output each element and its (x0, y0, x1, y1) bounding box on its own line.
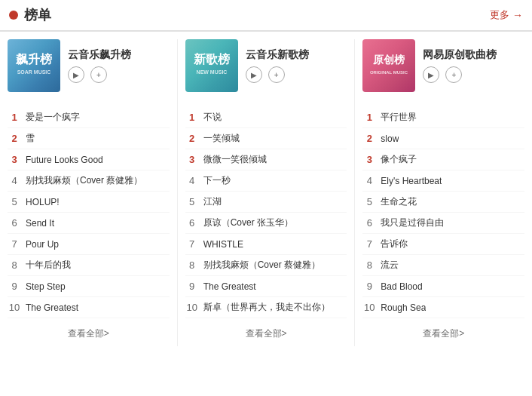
song-item[interactable]: 10The Greatest (8, 297, 170, 318)
song-item[interactable]: 3微微一笑很倾城 (185, 149, 347, 170)
song-item[interactable]: 4别找我麻烦（Cover 蔡健雅） (8, 170, 170, 192)
chart-controls-soar: ▶+ (68, 66, 131, 83)
song-rank: 8 (8, 259, 21, 271)
song-rank: 7 (362, 238, 376, 250)
song-item[interactable]: 8十年后的我 (8, 255, 170, 276)
song-title: 下一秒 (203, 174, 231, 187)
chart-image-new: 新歌榜NEW MUSIC (185, 39, 238, 92)
song-rank: 10 (362, 302, 376, 313)
svg-rect-0 (8, 39, 60, 92)
song-rank: 5 (8, 196, 21, 207)
song-item[interactable]: 8流云 (362, 255, 524, 276)
svg-text:原创榜: 原创榜 (372, 54, 405, 66)
song-title: WHISTLE (203, 239, 243, 250)
song-list-soar: 1爱是一个疯字2雪3Future Looks Good4别找我麻烦（Cover … (8, 107, 170, 318)
song-title: 告诉你 (381, 238, 408, 250)
song-rank: 8 (185, 259, 199, 271)
song-item[interactable]: 10斯卓（世界再大，我走不出你） (185, 297, 347, 318)
chart-col-new: 新歌榜NEW MUSIC云音乐新歌榜▶+1不说2一笑倾城3微微一笑很倾城4下一秒… (178, 39, 356, 346)
song-title: 十年后的我 (26, 259, 71, 272)
song-item[interactable]: 3Future Looks Good (8, 149, 170, 170)
add-button-soar[interactable]: + (90, 66, 107, 83)
song-item[interactable]: 7WHISTLE (185, 234, 347, 255)
song-item[interactable]: 6原谅（Cover 张玉华） (185, 213, 347, 234)
song-title: 别找我麻烦（Cover 蔡健雅） (26, 174, 142, 187)
song-item[interactable]: 2一笑倾城 (185, 128, 347, 149)
chart-info-original: 网易原创歌曲榜▶+ (423, 48, 497, 83)
song-item[interactable]: 7告诉你 (362, 234, 524, 255)
play-button-original[interactable]: ▶ (423, 66, 439, 83)
song-title: The Greatest (26, 302, 78, 313)
header-dot (9, 11, 18, 20)
chart-name-soar: 云音乐飙升榜 (68, 48, 131, 62)
song-item[interactable]: 5江湖 (185, 192, 347, 213)
song-item[interactable]: 4Ely's Heartbeat (362, 170, 524, 192)
view-all-link-original[interactable]: 查看全部> (362, 321, 524, 346)
song-title: 江湖 (203, 195, 222, 208)
song-rank: 2 (362, 133, 376, 144)
song-title: 生命之花 (381, 195, 417, 208)
song-title: 爱是一个疯字 (26, 111, 80, 124)
song-item[interactable]: 8别找我麻烦（Cover 蔡健雅） (185, 255, 347, 276)
chart-controls-original: ▶+ (423, 66, 497, 83)
song-rank: 3 (8, 154, 21, 165)
svg-text:NEW MUSIC: NEW MUSIC (196, 69, 227, 75)
song-title: HOLUP! (26, 197, 60, 207)
chart-header-new: 新歌榜NEW MUSIC云音乐新歌榜▶+ (185, 39, 347, 98)
song-rank: 4 (362, 175, 376, 186)
svg-text:ORIGINAL MUSIC: ORIGINAL MUSIC (370, 70, 408, 75)
song-rank: 1 (8, 112, 21, 123)
song-rank: 5 (185, 196, 199, 207)
song-item[interactable]: 2雪 (8, 128, 170, 149)
song-title: Step Step (26, 281, 66, 292)
song-list-new: 1不说2一笑倾城3微微一笑很倾城4下一秒5江湖6原谅（Cover 张玉华）7WH… (185, 107, 347, 318)
chart-controls-new: ▶+ (246, 66, 309, 83)
song-rank: 6 (362, 217, 376, 229)
song-item[interactable]: 3像个疯子 (362, 149, 524, 170)
play-button-new[interactable]: ▶ (246, 66, 262, 83)
song-item[interactable]: 10Rough Sea (362, 297, 524, 318)
song-item[interactable]: 9Bad Blood (362, 276, 524, 297)
song-rank: 10 (8, 302, 21, 313)
song-rank: 8 (362, 259, 376, 271)
song-title: 像个疯子 (381, 153, 417, 166)
song-title: Ely's Heartbeat (381, 176, 442, 186)
song-item[interactable]: 1爱是一个疯字 (8, 107, 170, 128)
page-container: 榜单 更多 → 飙升榜SOAR MUSIC云音乐飙升榜▶+1爱是一个疯字2雪3F… (0, 0, 532, 354)
play-button-soar[interactable]: ▶ (68, 66, 84, 83)
view-all-link-soar[interactable]: 查看全部> (8, 321, 170, 346)
song-item[interactable]: 7Pour Up (8, 234, 170, 255)
chart-image-original: 原创榜ORIGINAL MUSIC (362, 39, 415, 92)
song-item[interactable]: 4下一秒 (185, 170, 347, 192)
song-rank: 9 (8, 281, 21, 292)
song-item[interactable]: 5生命之花 (362, 192, 524, 213)
song-rank: 2 (8, 133, 21, 144)
song-title: 我只是过得自由 (381, 216, 444, 229)
more-link[interactable]: 更多 → (490, 8, 523, 22)
song-item[interactable]: 9Step Step (8, 276, 170, 297)
view-all-link-new[interactable]: 查看全部> (185, 321, 347, 346)
add-button-original[interactable]: + (445, 66, 462, 83)
chart-info-new: 云音乐新歌榜▶+ (246, 48, 309, 83)
song-item[interactable]: 2slow (362, 128, 524, 149)
song-title: 原谅（Cover 张玉华） (203, 216, 293, 229)
add-button-new[interactable]: + (268, 66, 285, 83)
song-rank: 2 (185, 133, 199, 144)
song-title: 不说 (203, 111, 222, 124)
song-rank: 10 (185, 302, 199, 313)
svg-text:SOAR MUSIC: SOAR MUSIC (17, 69, 51, 75)
song-item[interactable]: 6我只是过得自由 (362, 213, 524, 234)
song-item[interactable]: 1不说 (185, 107, 347, 128)
song-title: Pour Up (26, 239, 59, 250)
song-rank: 9 (185, 281, 199, 292)
song-title: Future Looks Good (26, 155, 103, 165)
song-title: 斯卓（世界再大，我走不出你） (203, 301, 330, 314)
song-title: Rough Sea (381, 302, 426, 313)
song-item[interactable]: 9The Greatest (185, 276, 347, 297)
song-rank: 3 (362, 154, 376, 165)
song-item[interactable]: 5HOLUP! (8, 192, 170, 213)
song-title: slow (381, 134, 399, 144)
song-rank: 3 (185, 154, 199, 165)
song-item[interactable]: 1平行世界 (362, 107, 524, 128)
song-item[interactable]: 6Send It (8, 213, 170, 234)
